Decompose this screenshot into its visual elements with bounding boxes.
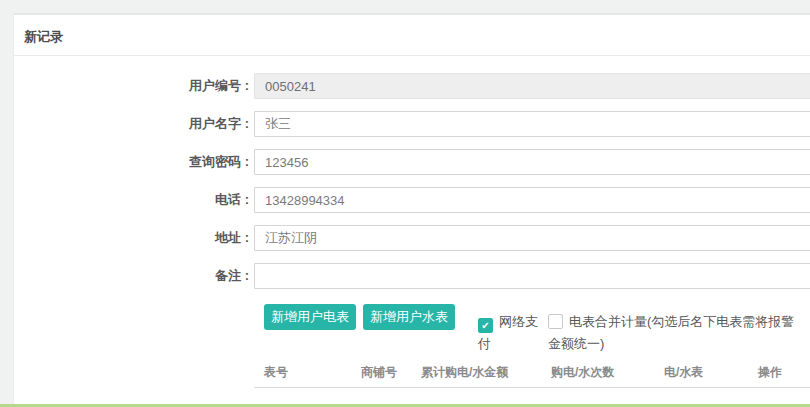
user-id-input[interactable] xyxy=(254,73,810,99)
remarks-label: 备注 : xyxy=(14,267,249,285)
table-header-total-purchase-amount: 累计购电/水金额 xyxy=(411,364,541,381)
merge-metering-label: 电表合并计量(勾选后名下电表需将报警金额统一) xyxy=(548,314,794,351)
check-icon: ✔ xyxy=(481,320,489,331)
user-name-label: 用户名字 : xyxy=(14,115,249,133)
merge-metering-checkbox[interactable] xyxy=(548,314,563,329)
form-row-address: 地址 : xyxy=(14,225,810,251)
address-label: 地址 : xyxy=(14,229,249,247)
query-password-label: 查询密码 : xyxy=(14,153,249,171)
form-row-user-name: 用户名字 : xyxy=(14,111,810,137)
new-record-form: 用户编号 : 用户名字 : 查询密码 : 电话 : 地址 : 备注 : 新增用户… xyxy=(14,56,810,388)
address-input[interactable] xyxy=(254,225,810,251)
user-id-label: 用户编号 : xyxy=(14,77,249,95)
action-row: 新增用户电表 新增用户水表 ✔网络支付 电表合并计量(勾选后名下电表需将报警金额… xyxy=(264,304,810,355)
remarks-input[interactable] xyxy=(254,263,810,289)
merge-metering-checkbox-group[interactable]: 电表合并计量(勾选后名下电表需将报警金额统一) xyxy=(548,311,798,355)
add-water-meter-button[interactable]: 新增用户水表 xyxy=(363,304,455,330)
table-header-shop-no: 商铺号 xyxy=(351,364,411,381)
table-header-purchase-count: 购电/水次数 xyxy=(541,364,654,381)
user-name-input[interactable] xyxy=(254,111,810,137)
query-password-input[interactable] xyxy=(254,149,810,175)
network-payment-checkbox-group[interactable]: ✔网络支付 xyxy=(478,311,546,355)
form-row-remarks: 备注 : xyxy=(14,263,810,289)
meter-table: 表号 商铺号 累计购电/水金额 购电/水次数 电/水表 操作 xyxy=(254,358,810,388)
form-row-phone: 电话 : xyxy=(14,187,810,213)
table-header-actions: 操作 xyxy=(748,364,810,381)
phone-input[interactable] xyxy=(254,187,810,213)
table-header-meter-type: 电/水表 xyxy=(654,364,748,381)
panel-header: 新记录 xyxy=(14,15,810,56)
form-row-query-password: 查询密码 : xyxy=(14,149,810,175)
panel-title: 新记录 xyxy=(24,29,63,44)
meter-table-header-row: 表号 商铺号 累计购电/水金额 购电/水次数 电/水表 操作 xyxy=(254,358,810,388)
table-header-meter-no: 表号 xyxy=(254,364,351,381)
page: { "panel": { "title": "新记录" }, "form": {… xyxy=(0,0,810,407)
add-electric-meter-button[interactable]: 新增用户电表 xyxy=(264,304,356,330)
form-row-user-id: 用户编号 : xyxy=(14,73,810,99)
phone-label: 电话 : xyxy=(14,191,249,209)
network-payment-checkbox[interactable]: ✔ xyxy=(478,318,493,333)
new-record-panel: 新记录 用户编号 : 用户名字 : 查询密码 : 电话 : 地址 : 备注 : xyxy=(13,13,810,407)
